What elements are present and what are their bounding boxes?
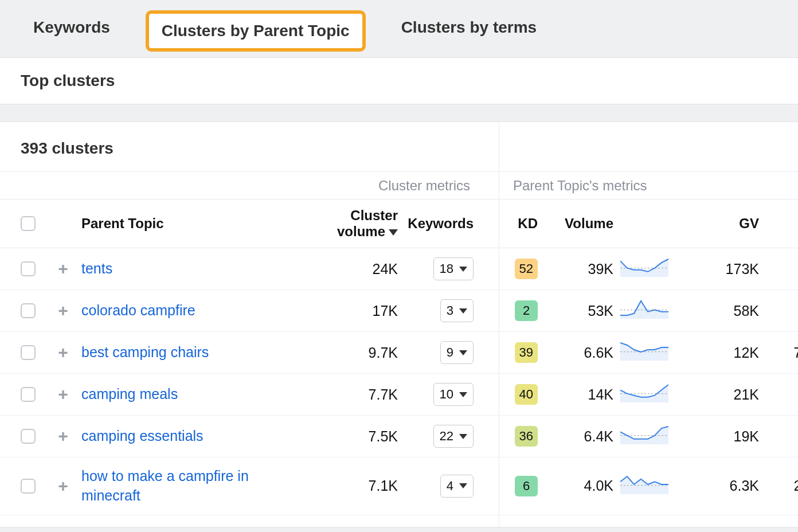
volume-sparkline (620, 299, 678, 322)
cluster-metrics-label: Cluster metrics (378, 178, 470, 194)
kd-badge: 36 (515, 426, 538, 447)
keywords-dropdown[interactable]: 3 (440, 299, 474, 322)
gv-value: 58K (684, 303, 759, 319)
row-checkbox[interactable] (21, 479, 36, 494)
row-checkbox[interactable] (21, 345, 36, 360)
col-parent-topic[interactable]: Parent Topic (81, 216, 305, 232)
table-row: + best camping chairs 9.7K 9 39 6.6K 12K… (0, 332, 798, 374)
volume-sparkline (620, 383, 678, 406)
table-row: + camping essentials 7.5K 22 36 6.4K 19K… (0, 416, 798, 457)
tp-value: 38K (766, 261, 798, 277)
col-tp[interactable]: TP (766, 216, 798, 232)
expand-icon[interactable]: + (52, 478, 75, 495)
keywords-dropdown[interactable]: 22 (433, 425, 474, 448)
kd-badge: 2 (515, 300, 538, 321)
kd-badge: 40 (515, 384, 538, 405)
col-keywords[interactable]: Keywords (405, 216, 474, 232)
parent-topic-link[interactable]: colorado campfire (81, 301, 305, 320)
tp-value: 2.2K (766, 478, 798, 494)
kd-badge: 52 (515, 259, 538, 279)
cluster-volume-value: 24K (312, 261, 398, 277)
volume-sparkline (620, 341, 678, 364)
sparkline-icon (620, 299, 668, 319)
cluster-volume-value: 7.7K (312, 386, 398, 403)
tab-clusters-by-terms[interactable]: Clusters by terms (389, 10, 550, 52)
table-row: + colorado campfire 17K 3 2 53K 58K 19K (0, 290, 798, 332)
table-row: + camping meals 7.7K 10 40 14K 21K 53K (0, 374, 798, 416)
volume-sparkline (620, 425, 678, 448)
chevron-down-icon (459, 483, 467, 488)
row-checkbox[interactable] (21, 303, 36, 318)
parent-topic-link[interactable]: camping essentials (81, 427, 305, 446)
sparkline-icon (620, 257, 668, 277)
col-volume[interactable]: Volume (545, 216, 613, 232)
gv-value: 173K (684, 261, 759, 277)
tab-clusters-by-parent-topic[interactable]: Clusters by Parent Topic (146, 10, 366, 52)
keywords-dropdown[interactable]: 18 (433, 257, 474, 280)
volume-value: 4.0K (545, 478, 613, 494)
expand-icon[interactable]: + (52, 428, 75, 445)
parent-topic-link[interactable]: best camping chairs (81, 343, 305, 362)
parent-topic-link[interactable]: tents (81, 259, 305, 279)
gv-value: 12K (684, 345, 759, 361)
sparkline-icon (620, 425, 668, 444)
chevron-down-icon (459, 308, 467, 314)
tabs-bar: Keywords Clusters by Parent Topic Cluste… (0, 0, 798, 57)
kd-badge: 6 (515, 476, 538, 496)
chevron-down-icon (459, 434, 467, 439)
expand-icon[interactable]: + (52, 344, 75, 361)
expand-icon[interactable]: + (52, 260, 75, 277)
tp-value: 7.7K (766, 345, 798, 361)
cluster-volume-value: 17K (312, 303, 398, 319)
table-row: + how to make a campfire in minecraft 7.… (0, 457, 798, 515)
cluster-volume-value: 9.7K (312, 345, 398, 361)
parent-topic-link[interactable]: how to make a campfire in minecraft (81, 467, 305, 506)
volume-value: 6.6K (545, 345, 613, 361)
keywords-dropdown[interactable]: 10 (433, 383, 474, 406)
row-checkbox[interactable] (21, 261, 36, 276)
expand-icon[interactable]: + (52, 386, 75, 403)
gv-value: 19K (684, 428, 759, 445)
parent-topic-link[interactable]: camping meals (81, 385, 305, 404)
row-checkbox[interactable] (21, 429, 36, 444)
col-gv[interactable]: GV (684, 216, 759, 232)
volume-value: 53K (545, 303, 613, 319)
keywords-dropdown[interactable]: 9 (440, 341, 474, 364)
col-cluster-volume[interactable]: Cluster volume (312, 208, 398, 240)
tab-keywords[interactable]: Keywords (21, 10, 123, 52)
sort-desc-icon (389, 229, 398, 236)
sparkline-icon (620, 475, 668, 494)
sparkline-icon (620, 383, 668, 402)
volume-value: 39K (545, 261, 613, 277)
volume-value: 6.4K (545, 428, 613, 445)
cluster-count: 393 clusters (0, 122, 798, 172)
chevron-down-icon (459, 350, 467, 355)
gv-value: 6.3K (684, 478, 759, 494)
top-clusters-heading: Top clusters (0, 58, 798, 104)
chevron-down-icon (459, 392, 467, 397)
chevron-down-icon (459, 267, 467, 272)
tp-value: 44K (766, 428, 798, 445)
table-row: + tents 24K 18 52 39K 173K 38K (0, 248, 798, 290)
col-kd[interactable]: KD (480, 216, 538, 232)
volume-sparkline (620, 257, 678, 280)
parent-topic-metrics-label: Parent Topic's metrics (513, 178, 647, 194)
sparkline-icon (620, 341, 668, 361)
volume-sparkline (620, 475, 678, 498)
expand-icon[interactable]: + (52, 302, 75, 319)
row-checkbox[interactable] (21, 387, 36, 402)
cluster-volume-value: 7.5K (312, 428, 398, 445)
kd-badge: 39 (515, 342, 538, 363)
gv-value: 21K (684, 386, 759, 403)
keywords-dropdown[interactable]: 4 (440, 475, 474, 498)
volume-value: 14K (545, 386, 613, 403)
tp-value: 53K (766, 386, 798, 403)
tp-value: 19K (766, 303, 798, 319)
select-all-checkbox[interactable] (21, 216, 36, 231)
cluster-volume-value: 7.1K (312, 478, 398, 494)
